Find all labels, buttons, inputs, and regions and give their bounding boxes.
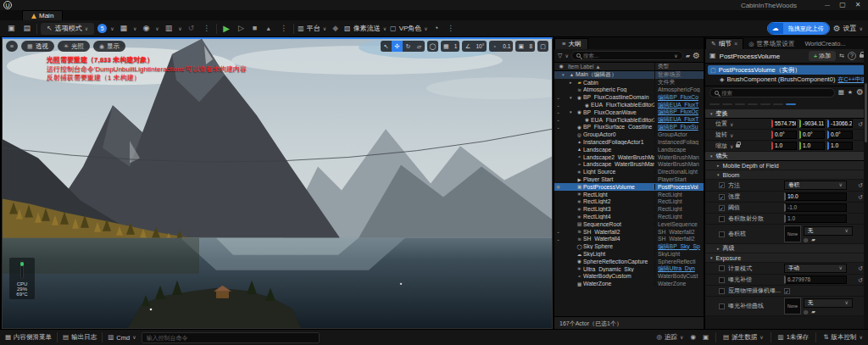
blueprints-icon[interactable]	[140, 25, 152, 32]
display-options-icon[interactable]	[838, 89, 844, 96]
bloom-intensity-field[interactable]: 10.0	[784, 192, 847, 201]
outliner-row[interactable]: ▲ Landscape Landscape	[554, 146, 704, 153]
filter-chip[interactable]	[748, 103, 758, 105]
outliner-row[interactable]: ⌄ ◉ BP_FluxSurface_Coastline 编辑BP_FluxSu	[554, 124, 704, 131]
curve-thumbnail[interactable]: None	[784, 298, 801, 314]
cloud-upload-button[interactable]: 拖拽至此上传	[767, 22, 830, 35]
outliner-row[interactable]: ✳ RectLight RectLight	[554, 191, 704, 198]
details-scrollbar[interactable]	[864, 49, 868, 329]
platforms-dropdown[interactable]: 平台	[298, 24, 326, 33]
outliner-row[interactable]: ✳ RectLight4 RectLight	[554, 213, 704, 220]
scale-label[interactable]: 缩放	[715, 142, 768, 150]
override-checkbox[interactable]	[719, 277, 725, 283]
browse-to-asset-icon[interactable]	[811, 309, 815, 314]
outliner-row[interactable]: ✳ RectLight2 RectLight	[554, 198, 704, 206]
viewport-show-dropdown[interactable]: 显示	[93, 41, 125, 52]
content-browser-icon[interactable]	[21, 25, 34, 32]
chevron-down-icon[interactable]	[155, 25, 159, 32]
scale-lock-icon[interactable]	[736, 144, 740, 147]
settings-dropdown[interactable]: 设置	[833, 24, 863, 33]
curve-asset-dropdown[interactable]: 无	[804, 298, 853, 308]
scale-snap-value[interactable]: 0.1	[500, 41, 513, 52]
filter-chip[interactable]	[722, 103, 732, 105]
rotate-tool-icon[interactable]	[403, 41, 414, 52]
reflection-rebuild-warning[interactable]: 反射捕获需要重建（1 未构建）	[47, 74, 247, 83]
save-icon[interactable]	[5, 25, 18, 32]
outliner-row[interactable]: ≈ WaterBodyCustom WaterBodyCust	[554, 273, 704, 281]
outliner-column-header[interactable]: Item Label ▲ 类型	[554, 62, 704, 71]
timecode-icon[interactable]	[431, 25, 441, 32]
rotation-x-field[interactable]: 0.0°	[771, 131, 797, 139]
outliner-row[interactable]: ☁ SkyLight SkyLight	[554, 250, 704, 258]
outliner-row[interactable]: ☀ Light Source DirectionalLight	[554, 168, 704, 175]
row-visibility-icon[interactable]: ⌄	[554, 109, 562, 114]
outliner-search-box[interactable]	[571, 51, 683, 60]
scrollbar-thumb[interactable]	[865, 83, 867, 142]
console-command-input[interactable]	[142, 332, 320, 343]
override-checkbox[interactable]	[719, 216, 725, 222]
toolbar-overflow-icon[interactable]	[444, 25, 457, 32]
scale-y-field[interactable]: 1.0	[799, 142, 825, 150]
rotation-label[interactable]: 旋转	[715, 131, 768, 139]
tab-world-settings[interactable]: 世界场景设置	[743, 38, 799, 49]
override-checkbox[interactable]	[719, 265, 725, 271]
outliner-row[interactable]: ≈ Landscape2_WaterBrushManager WaterBrus…	[554, 153, 704, 161]
expander-icon[interactable]: ▾	[562, 72, 568, 77]
physical-camera-checkbox[interactable]	[784, 288, 790, 294]
details-settings-icon[interactable]	[856, 88, 864, 97]
section-bloom[interactable]: ▾ Bloom	[705, 170, 868, 180]
details-search-input[interactable]	[721, 90, 830, 96]
row-visibility-icon[interactable]: ◉	[554, 184, 562, 189]
filter-chip[interactable]	[735, 103, 745, 105]
world-space-icon[interactable]	[427, 41, 438, 52]
kernel-thumbnail[interactable]: None	[784, 225, 801, 242]
details-search-box[interactable]	[709, 88, 835, 97]
section-mobile-dof[interactable]: ▸ Mobile Depth of Field	[705, 161, 868, 170]
outliner-row[interactable]: ✳ RectLight3 RectLight	[554, 205, 704, 213]
viewport-lit-dropdown[interactable]: 光照	[58, 41, 90, 52]
outliner-row[interactable]: ▤ SequenceRoot LevelSequence	[554, 220, 704, 228]
filter-chip[interactable]	[709, 103, 720, 105]
component-root-row[interactable]: PostProcessVolume（实例）	[708, 65, 865, 75]
lighting-rebuild-warning[interactable]: 光照需要重建（7,833 未构建对象）	[47, 56, 247, 65]
hierarchy-icon[interactable]	[839, 53, 844, 59]
item-label-column[interactable]: Item Label ▲	[568, 64, 654, 70]
outliner-row[interactable]: ▦ WaterZone WaterZone	[554, 280, 704, 287]
filter-chip[interactable]	[760, 103, 771, 105]
move-tool-icon[interactable]	[392, 41, 403, 52]
maximize-button[interactable]	[836, 2, 849, 8]
override-checkbox[interactable]	[719, 205, 725, 211]
category-lens[interactable]: ▾ 镜头	[705, 152, 868, 161]
tab-main-level[interactable]: Main	[22, 10, 63, 20]
outliner-settings-icon[interactable]	[693, 52, 700, 60]
rotation-y-field[interactable]: 0.0°	[799, 131, 825, 139]
help-icon[interactable]	[848, 52, 856, 60]
scale-snap-icon[interactable]	[489, 41, 500, 52]
browse-to-asset-icon[interactable]	[811, 237, 815, 242]
select-tool-icon[interactable]	[381, 41, 392, 52]
overflow-menu-icon[interactable]	[200, 25, 213, 32]
rebuild-icon[interactable]	[186, 25, 198, 32]
outliner-row[interactable]: ◉ ▣ PostProcessVolume PostProcessVol	[554, 183, 704, 191]
filter-chip[interactable]	[773, 103, 783, 105]
row-visibility-icon[interactable]: ⌄	[554, 103, 562, 108]
trace-dropdown[interactable]: 追踪	[656, 333, 683, 342]
rotation-z-field[interactable]: 0.0°	[827, 131, 853, 139]
row-visibility-icon[interactable]: ⌄	[554, 125, 562, 130]
metering-mode-dropdown[interactable]: 手动	[784, 264, 847, 273]
play-options-icon[interactable]	[277, 25, 290, 32]
selection-mode-dropdown[interactable]: 选项模式	[41, 23, 94, 35]
close-button[interactable]	[851, 2, 865, 8]
visibility-column-icon[interactable]	[554, 64, 568, 70]
chevron-down-icon[interactable]	[565, 53, 568, 58]
bloom-threshold-field[interactable]: -1.0	[784, 203, 847, 212]
exposure-compensation-field[interactable]: 6.279976	[784, 275, 847, 284]
location-x-field[interactable]: 5574.75619	[771, 120, 797, 128]
close-tab-icon[interactable]	[734, 41, 737, 47]
create-folder-icon[interactable]	[686, 53, 690, 58]
expander-icon[interactable]: ▾	[570, 109, 576, 114]
location-y-field[interactable]: -9034.1179	[799, 120, 825, 128]
output-log-button[interactable]: 输出日志	[63, 333, 97, 342]
location-label[interactable]: 位置	[715, 120, 768, 128]
outliner-row[interactable]: ☀ Ultra_Dynamic_Sky 编辑Ultra_Dyn	[554, 265, 704, 273]
